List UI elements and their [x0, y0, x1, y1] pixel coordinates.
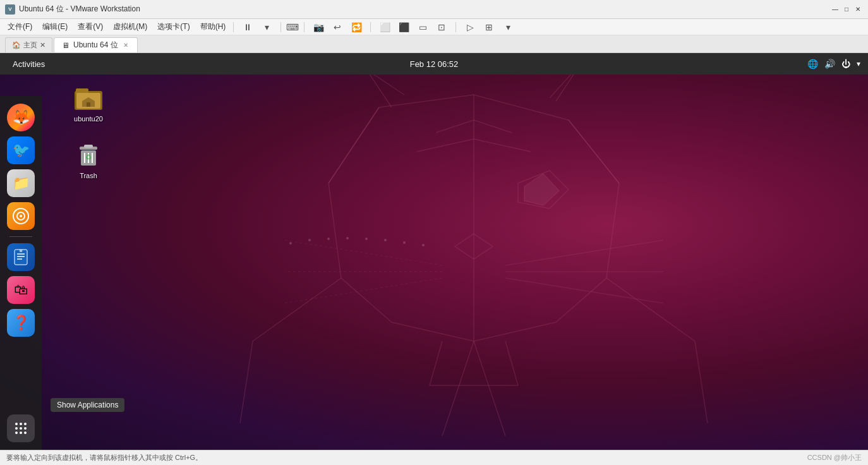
svg-point-49 — [24, 423, 27, 425]
menu-help[interactable]: 帮助(H) — [195, 20, 231, 33]
svg-line-17 — [430, 341, 442, 385]
svg-rect-60 — [87, 102, 90, 107]
revert-button[interactable]: ↩ — [329, 21, 346, 33]
menu-tabs[interactable]: 选项卡(T) — [152, 20, 195, 33]
close-button[interactable]: ✕ — [853, 4, 863, 15]
svg-point-53 — [15, 432, 18, 434]
power-icon[interactable]: ⏻ — [841, 59, 850, 69]
view-fullscreen[interactable]: ⬛ — [395, 21, 413, 33]
show-apps-tooltip: Show Applications — [51, 398, 124, 412]
snapshot-button[interactable]: 📷 — [310, 21, 327, 33]
vmware-statusbar: 要将输入定向到该虚拟机，请将鼠标指针移入其中或按 Ctrl+G。 CCSDN @… — [0, 450, 868, 465]
svg-line-26 — [417, 139, 474, 152]
show-apps-grid-icon — [7, 414, 35, 442]
svg-line-13 — [366, 75, 392, 107]
gnome-clock: Feb 12 06:52 — [410, 59, 459, 69]
files-icon: 📁 — [7, 169, 35, 197]
svg-text:W: W — [20, 249, 23, 253]
maximize-button[interactable]: □ — [841, 4, 852, 15]
send-key-button[interactable]: ⌨ — [284, 21, 301, 33]
desktop-icon-home[interactable]: ubuntu20 — [63, 81, 114, 126]
view-normal[interactable]: ⬜ — [376, 21, 394, 33]
system-tray: 🌐 🔊 ⏻ ▾ — [807, 59, 860, 69]
dock-item-show-apps[interactable] — [6, 413, 36, 444]
watermark: CCSDN @帅小王 — [807, 453, 862, 462]
home-icon: 🏠 — [12, 41, 21, 49]
dock-item-rhythmbox[interactable] — [6, 201, 36, 231]
menu-file[interactable]: 文件(F) — [3, 20, 37, 33]
dock-item-files[interactable]: 📁 — [6, 168, 36, 198]
svg-point-54 — [20, 432, 22, 434]
svg-line-21 — [240, 341, 253, 423]
vm-tab-icon: 🖥 — [62, 41, 69, 50]
svg-point-37 — [422, 244, 425, 246]
view-autofit[interactable]: ⊡ — [433, 21, 450, 33]
view-unity[interactable]: ▭ — [414, 21, 431, 33]
desktop-icon-trash[interactable]: ♻ Trash — [63, 138, 114, 183]
trash-icon-label: Trash — [80, 172, 97, 179]
firefox-icon: 🦊 — [7, 104, 35, 131]
snapshot-mgr-button[interactable]: 🔁 — [347, 21, 365, 33]
dock-item-libreoffice[interactable]: W — [6, 242, 36, 272]
help-icon: ❓ — [7, 309, 35, 337]
svg-line-7 — [505, 240, 663, 265]
tab-home-close[interactable]: ✕ — [40, 41, 45, 49]
menu-vm[interactable]: 虚拟机(M) — [108, 20, 152, 33]
software-icon: 🛍 — [7, 276, 35, 304]
toolbar-group-snapshot: 📷 ↩ 🔁 — [310, 21, 365, 33]
dock-item-software[interactable]: 🛍 — [6, 275, 36, 305]
toolbar-group-power: ⏸ ▾ — [239, 21, 275, 33]
power-dropdown[interactable]: ▾ — [258, 21, 275, 33]
libreoffice-icon: W — [7, 243, 35, 271]
cat-artwork — [0, 75, 868, 450]
ubuntu-dock: 🦊 🐦 📁 — [0, 96, 42, 450]
dock-item-firefox[interactable]: 🦊 — [6, 102, 36, 133]
svg-point-40 — [20, 215, 22, 217]
activities-button[interactable]: Activities — [8, 57, 50, 71]
dock-item-thunderbird[interactable]: 🐦 — [6, 135, 36, 166]
ubuntu-screen[interactable]: Activities Feb 12 06:52 🌐 🔊 ⏻ ▾ — [0, 53, 868, 450]
svg-line-27 — [474, 139, 531, 152]
dock-separator — [9, 236, 32, 237]
svg-point-31 — [308, 239, 311, 241]
svg-line-1 — [329, 107, 379, 183]
svg-line-29 — [474, 120, 512, 133]
tab-vm-label: Ubuntu 64 位 — [73, 40, 118, 51]
svg-line-9 — [505, 278, 663, 303]
menu-view[interactable]: 查看(V) — [73, 20, 108, 33]
status-hint: 要将输入定向到该虚拟机，请将鼠标指针移入其中或按 Ctrl+G。 — [6, 453, 202, 462]
svg-line-18 — [505, 341, 518, 385]
minimize-button[interactable]: — — [830, 4, 840, 15]
svg-point-52 — [24, 427, 27, 430]
terminal-button[interactable]: ▷ — [461, 21, 479, 33]
tab-vm-close[interactable]: ✕ — [122, 42, 130, 49]
svg-point-47 — [15, 423, 18, 425]
system-menu-arrow[interactable]: ▾ — [857, 59, 860, 68]
vmware-menubar: 文件(F) 编辑(E) 查看(V) 虚拟机(M) 选项卡(T) 帮助(H) ⏸ … — [0, 19, 868, 35]
desktop-background: 🦊 🐦 📁 — [0, 75, 868, 450]
tab-home[interactable]: 🏠 主页 ✕ — [5, 37, 52, 52]
svg-line-10 — [284, 240, 442, 265]
thunderbird-icon: 🐦 — [7, 136, 35, 164]
svg-point-36 — [403, 241, 406, 244]
trash-icon: ♻ — [75, 142, 102, 169]
svg-line-23 — [695, 341, 708, 423]
dock-item-help[interactable]: ❓ — [6, 308, 36, 338]
svg-rect-62 — [84, 145, 93, 148]
svg-point-48 — [20, 423, 22, 425]
svg-line-24 — [442, 341, 474, 436]
volume-icon[interactable]: 🔊 — [824, 59, 835, 69]
toolbar-group-terminal: ▷ ⊞ ▾ — [461, 21, 517, 33]
network-icon[interactable]: 🌐 — [807, 59, 818, 69]
svg-point-32 — [327, 238, 330, 240]
menu-edit[interactable]: 编辑(E) — [37, 20, 73, 33]
terminal-dropdown[interactable]: ⊞ — [480, 21, 498, 33]
terminal-dropdown2[interactable]: ▾ — [499, 21, 517, 33]
power-button[interactable]: ⏸ — [239, 21, 256, 33]
svg-point-35 — [384, 239, 387, 241]
svg-line-28 — [436, 120, 474, 133]
gnome-topbar: Activities Feb 12 06:52 🌐 🔊 ⏻ ▾ — [0, 53, 868, 75]
svg-line-22 — [606, 278, 695, 341]
vmware-logo-icon: V — [5, 4, 15, 15]
tab-vm[interactable]: 🖥 Ubuntu 64 位 ✕ — [54, 37, 138, 52]
